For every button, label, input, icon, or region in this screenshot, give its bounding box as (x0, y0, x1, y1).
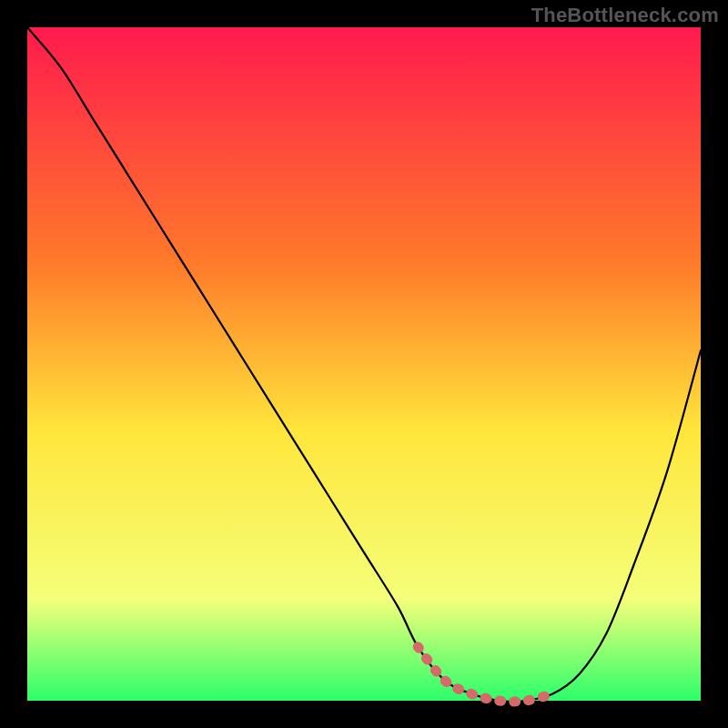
bottleneck-chart (0, 0, 728, 728)
gradient-background (27, 27, 701, 701)
chart-frame: { "watermark": "TheBottleneck.com", "col… (0, 0, 728, 728)
watermark-text: TheBottleneck.com (531, 4, 719, 27)
